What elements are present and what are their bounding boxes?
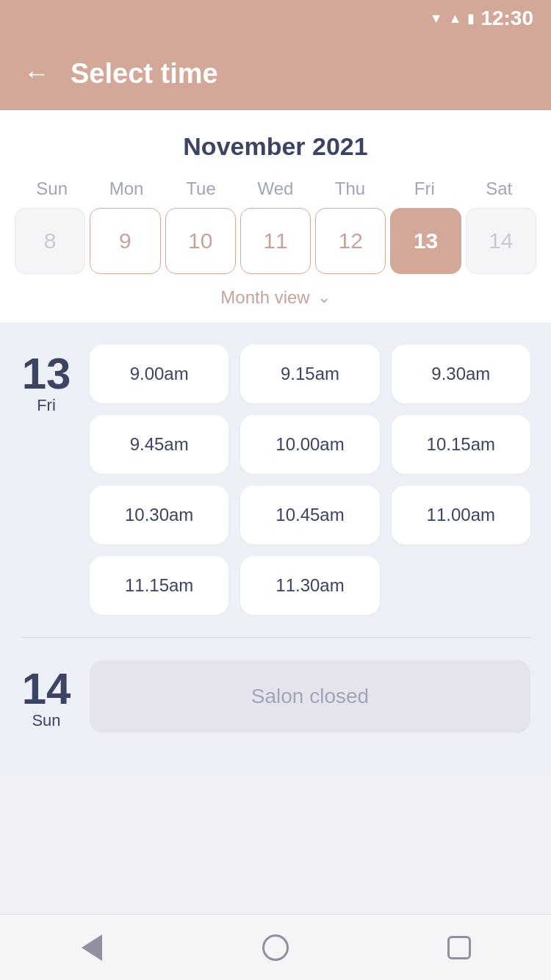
nav-bar — [0, 914, 551, 980]
nav-back-button[interactable] — [70, 926, 114, 970]
weekday-wed: Wed — [238, 179, 312, 199]
calendar-section: November 2021 Sun Mon Tue Wed Thu Fri Sa… — [0, 110, 551, 323]
nav-home-icon — [262, 934, 289, 961]
time-slot-1045am[interactable]: 10.45am — [240, 486, 379, 544]
date-row: 8 9 10 11 12 13 14 — [15, 208, 536, 274]
date-cell-12[interactable]: 12 — [315, 208, 386, 274]
status-time: 12:30 — [480, 7, 533, 30]
weekday-sat: Sat — [462, 179, 536, 199]
date-cell-13[interactable]: 13 — [390, 208, 461, 274]
date-cell-8: 8 — [15, 208, 85, 274]
date-cell-9[interactable]: 9 — [90, 208, 160, 274]
chevron-down-icon: ⌄ — [317, 288, 331, 307]
time-slot-930am[interactable]: 9.30am — [392, 345, 530, 403]
wifi-icon: ▼ — [430, 11, 443, 26]
timeslots-section: 13 Fri 9.00am 9.15am 9.30am 9.45am 10.00… — [0, 323, 551, 777]
nav-recents-icon — [447, 936, 471, 959]
day-14-number: 14 — [22, 667, 71, 711]
weekday-row: Sun Mon Tue Wed Thu Fri Sat — [15, 179, 536, 199]
weekday-sun: Sun — [15, 179, 89, 199]
time-slot-1000am[interactable]: 10.00am — [240, 415, 379, 474]
time-slot-1130am[interactable]: 11.30am — [240, 556, 379, 615]
month-year-label: November 2021 — [15, 132, 536, 161]
status-bar: ▼ ▲ ▮ 12:30 — [0, 0, 551, 37]
date-cell-14: 14 — [466, 208, 536, 274]
weekday-mon: Mon — [89, 179, 163, 199]
time-grid-13: 9.00am 9.15am 9.30am 9.45am 10.00am 10.1… — [90, 345, 530, 615]
time-slot-1015am[interactable]: 10.15am — [392, 415, 530, 474]
time-slot-945am[interactable]: 9.45am — [90, 415, 228, 474]
day-14-label: 14 Sun — [21, 660, 72, 733]
day-13-label: 13 Fri — [21, 345, 72, 615]
salon-closed-label: Salon closed — [251, 685, 369, 708]
status-icons: ▼ ▲ ▮ 12:30 — [430, 7, 533, 30]
day-divider — [21, 637, 530, 638]
date-cell-11[interactable]: 11 — [240, 208, 311, 274]
page-title: Select time — [71, 58, 218, 90]
bottom-spacer — [0, 777, 551, 843]
time-slot-1100am[interactable]: 11.00am — [392, 486, 530, 544]
time-slot-1030am[interactable]: 10.30am — [90, 486, 228, 544]
app-header: ← Select time — [0, 37, 551, 110]
nav-back-icon — [82, 934, 102, 961]
time-slot-915am[interactable]: 9.15am — [240, 345, 379, 403]
nav-home-button[interactable] — [253, 926, 298, 970]
nav-recents-button[interactable] — [437, 926, 481, 970]
month-view-toggle[interactable]: Month view ⌄ — [15, 287, 536, 308]
back-arrow-icon: ← — [24, 58, 50, 88]
signal-icon: ▲ — [449, 11, 462, 26]
day-13-block: 13 Fri 9.00am 9.15am 9.30am 9.45am 10.00… — [21, 345, 530, 615]
weekday-fri: Fri — [387, 179, 461, 199]
time-slot-900am[interactable]: 9.00am — [90, 345, 228, 403]
back-button[interactable]: ← — [24, 60, 50, 87]
day-14-block: 14 Sun Salon closed — [21, 660, 530, 733]
closed-section: 14 Sun Salon closed — [21, 660, 530, 755]
month-view-label: Month view — [220, 287, 309, 308]
day-13-number: 13 — [22, 352, 71, 396]
weekday-tue: Tue — [164, 179, 238, 199]
time-slot-1115am[interactable]: 11.15am — [90, 556, 228, 615]
day-13-name: Fri — [37, 396, 56, 415]
battery-icon: ▮ — [467, 10, 475, 26]
day-14-name: Sun — [32, 711, 60, 730]
salon-closed-card: Salon closed — [90, 660, 530, 733]
date-cell-10[interactable]: 10 — [165, 208, 236, 274]
weekday-thu: Thu — [313, 179, 387, 199]
